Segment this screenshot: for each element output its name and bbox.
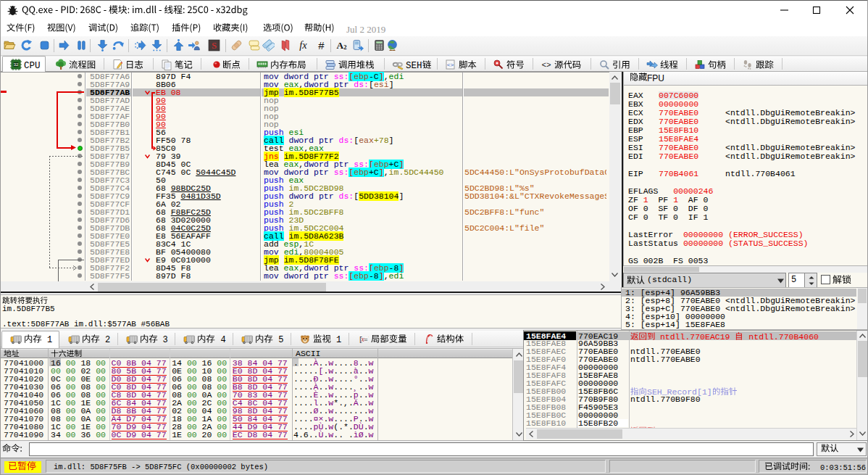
- svg-text:#: #: [318, 40, 325, 51]
- svg-text:2: 2: [343, 44, 346, 51]
- svg-text:=]: =]: [364, 336, 369, 344]
- svg-text:<>: <>: [541, 61, 551, 70]
- svg-text:<>: <>: [447, 62, 454, 68]
- svg-text:A: A: [337, 40, 344, 51]
- svg-text:fx: fx: [299, 39, 307, 51]
- svg-text:32: 32: [14, 62, 19, 67]
- svg-text:S: S: [212, 41, 217, 51]
